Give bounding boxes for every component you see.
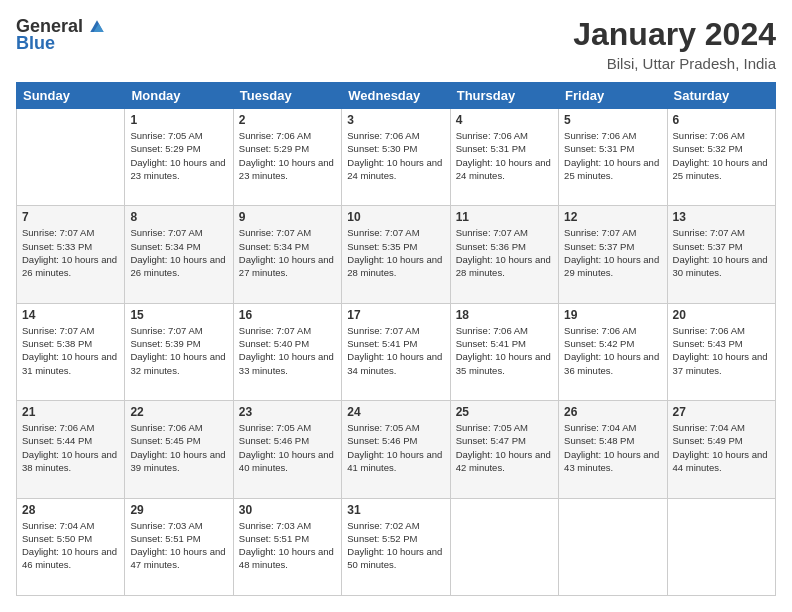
day-cell: 11Sunrise: 7:07 AMSunset: 5:36 PMDayligh… — [450, 206, 558, 303]
calendar-table: SundayMondayTuesdayWednesdayThursdayFrid… — [16, 82, 776, 596]
day-cell: 5Sunrise: 7:06 AMSunset: 5:31 PMDaylight… — [559, 109, 667, 206]
day-number: 22 — [130, 405, 227, 419]
day-cell: 28Sunrise: 7:04 AMSunset: 5:50 PMDayligh… — [17, 498, 125, 595]
day-cell: 24Sunrise: 7:05 AMSunset: 5:46 PMDayligh… — [342, 401, 450, 498]
week-row-4: 21Sunrise: 7:06 AMSunset: 5:44 PMDayligh… — [17, 401, 776, 498]
day-number: 21 — [22, 405, 119, 419]
day-cell: 12Sunrise: 7:07 AMSunset: 5:37 PMDayligh… — [559, 206, 667, 303]
day-info: Sunrise: 7:03 AMSunset: 5:51 PMDaylight:… — [239, 519, 336, 572]
day-number: 6 — [673, 113, 770, 127]
day-cell: 1Sunrise: 7:05 AMSunset: 5:29 PMDaylight… — [125, 109, 233, 206]
day-info: Sunrise: 7:06 AMSunset: 5:43 PMDaylight:… — [673, 324, 770, 377]
day-number: 3 — [347, 113, 444, 127]
day-info: Sunrise: 7:06 AMSunset: 5:30 PMDaylight:… — [347, 129, 444, 182]
day-number: 1 — [130, 113, 227, 127]
calendar-subtitle: Bilsi, Uttar Pradesh, India — [573, 55, 776, 72]
day-cell: 3Sunrise: 7:06 AMSunset: 5:30 PMDaylight… — [342, 109, 450, 206]
day-number: 18 — [456, 308, 553, 322]
day-cell: 16Sunrise: 7:07 AMSunset: 5:40 PMDayligh… — [233, 303, 341, 400]
day-number: 27 — [673, 405, 770, 419]
day-cell: 10Sunrise: 7:07 AMSunset: 5:35 PMDayligh… — [342, 206, 450, 303]
day-number: 20 — [673, 308, 770, 322]
calendar-page: General Blue January 2024 Bilsi, Uttar P… — [0, 0, 792, 612]
day-info: Sunrise: 7:06 AMSunset: 5:45 PMDaylight:… — [130, 421, 227, 474]
day-number: 26 — [564, 405, 661, 419]
day-info: Sunrise: 7:06 AMSunset: 5:41 PMDaylight:… — [456, 324, 553, 377]
logo-blue: Blue — [16, 33, 55, 54]
day-number: 9 — [239, 210, 336, 224]
calendar-body: 1Sunrise: 7:05 AMSunset: 5:29 PMDaylight… — [17, 109, 776, 596]
day-cell — [667, 498, 775, 595]
day-cell: 14Sunrise: 7:07 AMSunset: 5:38 PMDayligh… — [17, 303, 125, 400]
day-cell: 29Sunrise: 7:03 AMSunset: 5:51 PMDayligh… — [125, 498, 233, 595]
weekday-header-friday: Friday — [559, 83, 667, 109]
day-number: 12 — [564, 210, 661, 224]
day-info: Sunrise: 7:06 AMSunset: 5:32 PMDaylight:… — [673, 129, 770, 182]
day-info: Sunrise: 7:07 AMSunset: 5:34 PMDaylight:… — [239, 226, 336, 279]
weekday-header-sunday: Sunday — [17, 83, 125, 109]
day-info: Sunrise: 7:07 AMSunset: 5:34 PMDaylight:… — [130, 226, 227, 279]
day-cell: 7Sunrise: 7:07 AMSunset: 5:33 PMDaylight… — [17, 206, 125, 303]
day-number: 25 — [456, 405, 553, 419]
day-cell: 21Sunrise: 7:06 AMSunset: 5:44 PMDayligh… — [17, 401, 125, 498]
day-info: Sunrise: 7:06 AMSunset: 5:31 PMDaylight:… — [564, 129, 661, 182]
day-info: Sunrise: 7:05 AMSunset: 5:47 PMDaylight:… — [456, 421, 553, 474]
day-cell: 6Sunrise: 7:06 AMSunset: 5:32 PMDaylight… — [667, 109, 775, 206]
day-number: 28 — [22, 503, 119, 517]
day-info: Sunrise: 7:07 AMSunset: 5:41 PMDaylight:… — [347, 324, 444, 377]
day-cell: 2Sunrise: 7:06 AMSunset: 5:29 PMDaylight… — [233, 109, 341, 206]
day-info: Sunrise: 7:06 AMSunset: 5:44 PMDaylight:… — [22, 421, 119, 474]
day-number: 24 — [347, 405, 444, 419]
day-number: 5 — [564, 113, 661, 127]
day-cell: 20Sunrise: 7:06 AMSunset: 5:43 PMDayligh… — [667, 303, 775, 400]
day-number: 4 — [456, 113, 553, 127]
day-number: 15 — [130, 308, 227, 322]
day-number: 23 — [239, 405, 336, 419]
day-number: 10 — [347, 210, 444, 224]
day-info: Sunrise: 7:07 AMSunset: 5:35 PMDaylight:… — [347, 226, 444, 279]
day-cell: 13Sunrise: 7:07 AMSunset: 5:37 PMDayligh… — [667, 206, 775, 303]
day-info: Sunrise: 7:05 AMSunset: 5:29 PMDaylight:… — [130, 129, 227, 182]
day-info: Sunrise: 7:06 AMSunset: 5:31 PMDaylight:… — [456, 129, 553, 182]
day-number: 19 — [564, 308, 661, 322]
day-cell: 26Sunrise: 7:04 AMSunset: 5:48 PMDayligh… — [559, 401, 667, 498]
weekday-header-monday: Monday — [125, 83, 233, 109]
day-number: 14 — [22, 308, 119, 322]
day-info: Sunrise: 7:05 AMSunset: 5:46 PMDaylight:… — [347, 421, 444, 474]
day-cell: 25Sunrise: 7:05 AMSunset: 5:47 PMDayligh… — [450, 401, 558, 498]
weekday-header-row: SundayMondayTuesdayWednesdayThursdayFrid… — [17, 83, 776, 109]
day-cell: 30Sunrise: 7:03 AMSunset: 5:51 PMDayligh… — [233, 498, 341, 595]
day-info: Sunrise: 7:05 AMSunset: 5:46 PMDaylight:… — [239, 421, 336, 474]
day-cell — [17, 109, 125, 206]
day-number: 17 — [347, 308, 444, 322]
day-info: Sunrise: 7:06 AMSunset: 5:29 PMDaylight:… — [239, 129, 336, 182]
day-cell: 19Sunrise: 7:06 AMSunset: 5:42 PMDayligh… — [559, 303, 667, 400]
day-info: Sunrise: 7:03 AMSunset: 5:51 PMDaylight:… — [130, 519, 227, 572]
day-cell: 23Sunrise: 7:05 AMSunset: 5:46 PMDayligh… — [233, 401, 341, 498]
day-cell: 15Sunrise: 7:07 AMSunset: 5:39 PMDayligh… — [125, 303, 233, 400]
day-cell — [559, 498, 667, 595]
day-cell — [450, 498, 558, 595]
day-number: 30 — [239, 503, 336, 517]
day-info: Sunrise: 7:02 AMSunset: 5:52 PMDaylight:… — [347, 519, 444, 572]
day-info: Sunrise: 7:04 AMSunset: 5:49 PMDaylight:… — [673, 421, 770, 474]
day-cell: 31Sunrise: 7:02 AMSunset: 5:52 PMDayligh… — [342, 498, 450, 595]
day-info: Sunrise: 7:04 AMSunset: 5:48 PMDaylight:… — [564, 421, 661, 474]
day-cell: 9Sunrise: 7:07 AMSunset: 5:34 PMDaylight… — [233, 206, 341, 303]
day-info: Sunrise: 7:07 AMSunset: 5:39 PMDaylight:… — [130, 324, 227, 377]
logo-icon — [87, 17, 107, 37]
day-info: Sunrise: 7:06 AMSunset: 5:42 PMDaylight:… — [564, 324, 661, 377]
day-number: 16 — [239, 308, 336, 322]
day-info: Sunrise: 7:07 AMSunset: 5:33 PMDaylight:… — [22, 226, 119, 279]
day-number: 31 — [347, 503, 444, 517]
week-row-3: 14Sunrise: 7:07 AMSunset: 5:38 PMDayligh… — [17, 303, 776, 400]
day-number: 11 — [456, 210, 553, 224]
title-section: January 2024 Bilsi, Uttar Pradesh, India — [573, 16, 776, 72]
day-cell: 18Sunrise: 7:06 AMSunset: 5:41 PMDayligh… — [450, 303, 558, 400]
week-row-1: 1Sunrise: 7:05 AMSunset: 5:29 PMDaylight… — [17, 109, 776, 206]
day-cell: 17Sunrise: 7:07 AMSunset: 5:41 PMDayligh… — [342, 303, 450, 400]
weekday-header-wednesday: Wednesday — [342, 83, 450, 109]
day-cell: 27Sunrise: 7:04 AMSunset: 5:49 PMDayligh… — [667, 401, 775, 498]
day-info: Sunrise: 7:07 AMSunset: 5:36 PMDaylight:… — [456, 226, 553, 279]
day-cell: 4Sunrise: 7:06 AMSunset: 5:31 PMDaylight… — [450, 109, 558, 206]
